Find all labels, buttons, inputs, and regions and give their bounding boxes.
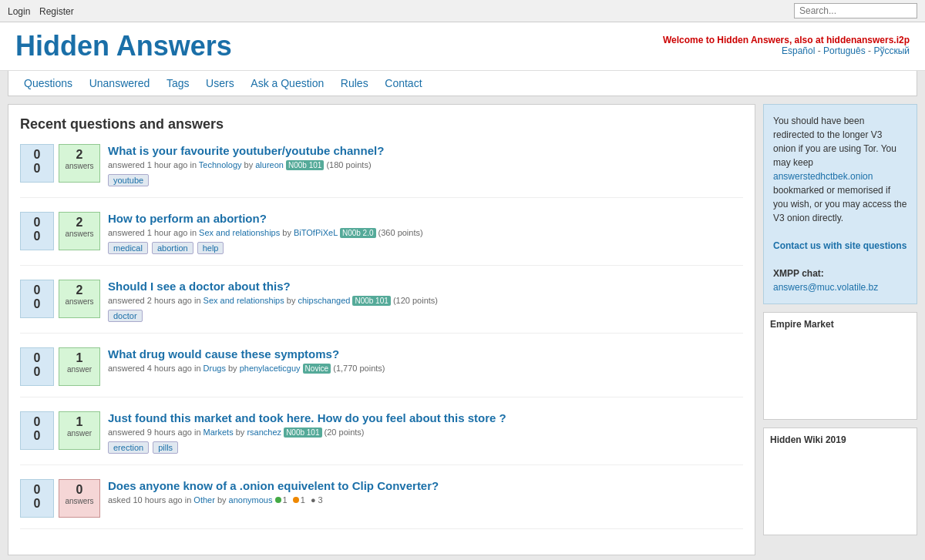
question-meta: asked 10 hours ago in Other by anonymous… (108, 495, 743, 505)
tag[interactable]: medical (108, 242, 148, 254)
tag[interactable]: erection (108, 441, 149, 454)
vote-count: 0 (21, 216, 53, 230)
q-meta-answered: answered (108, 160, 145, 169)
q-meta-category[interactable]: Drugs (204, 364, 226, 373)
nav-tags[interactable]: Tags (166, 77, 190, 89)
sidebar-onion-link[interactable]: answerstedhctbek.onion (773, 171, 873, 182)
tag[interactable]: help (197, 242, 224, 254)
question-meta: answered 1 hour ago in Technology by alu… (108, 160, 743, 169)
q-meta-category[interactable]: Other (193, 495, 215, 505)
q-meta-time: 1 hour ago (147, 160, 188, 169)
register-link[interactable]: Register (39, 6, 74, 17)
q-meta-user[interactable]: anonymous (229, 495, 273, 505)
question-item: 0 0 2 answers What is your favourite you… (20, 144, 743, 198)
sidebar-xmpp-label: XMPP chat: (773, 268, 824, 279)
nav: Questions Unanswered Tags Users Ask a Qu… (8, 71, 917, 96)
lang-russian[interactable]: Рўсскый (873, 45, 910, 56)
q-meta-time: 1 hour ago (147, 228, 188, 237)
ans-count: 1 (59, 415, 99, 429)
q-meta-answered: answered (108, 364, 145, 373)
tag[interactable]: abortion (152, 242, 193, 254)
welcome-text: Welcome to Hidden Answers, also at hidde… (663, 35, 910, 45)
sidebar-ad1-title: Empire Market (770, 319, 910, 330)
nav-questions[interactable]: Questions (24, 77, 72, 89)
sidebar: You should have been redirected to the l… (763, 104, 917, 555)
sidebar-info-text: You should have been redirected to the l… (773, 116, 896, 168)
lang-portugues[interactable]: Português (823, 45, 866, 56)
sidebar-ad2-title: Hidden Wiki 2019 (770, 434, 910, 445)
q-meta-answered: answered (108, 296, 145, 305)
sidebar-contact-link[interactable]: Contact us with site questions (773, 240, 906, 251)
ans-count: 0 (59, 483, 99, 497)
q-meta-badge: N00b 101 (284, 428, 321, 438)
q-meta-points: (1,770 points) (333, 364, 385, 373)
vote-count-bottom: 0 (21, 497, 53, 511)
nav-unanswered[interactable]: Unanswered (89, 77, 150, 89)
q-meta-time: 9 hours ago (147, 428, 192, 437)
q-meta-badge: Novice (303, 364, 331, 374)
vote-box: 0 0 (20, 280, 54, 318)
q-meta-user[interactable]: alureon (255, 160, 284, 169)
questions-list: 0 0 2 answers What is your favourite you… (20, 144, 743, 529)
q-meta-points: (120 points) (393, 296, 438, 305)
topbar-links: Login Register (8, 5, 80, 17)
q-meta-category[interactable]: Sex and relationships (199, 228, 280, 237)
q-meta-user[interactable]: BiTOfPiXeL (294, 228, 338, 237)
nav-ask[interactable]: Ask a Question (251, 77, 324, 89)
question-title[interactable]: What drug would cause these symptoms? (108, 347, 339, 360)
answer-box: 2 answers (59, 144, 100, 183)
search-input[interactable] (794, 3, 917, 18)
ans-count: 1 (59, 351, 99, 365)
q-meta-category[interactable]: Markets (204, 428, 234, 437)
content: Recent questions and answers 0 0 2 answe… (8, 104, 755, 555)
lang-links: Español - Português - Рўсскый (663, 45, 910, 56)
question-title[interactable]: How to perform an abortion? (108, 212, 267, 225)
sidebar-info-text2: bookmarked or memorised if you wish, or … (773, 185, 906, 223)
vote-box: 0 0 (20, 144, 54, 183)
site-title[interactable]: Hidden Answers (15, 30, 232, 62)
ans-label: answer (59, 429, 99, 438)
question-item: 0 0 0 answers Does anyone know of a .oni… (20, 479, 743, 529)
lang-espanol[interactable]: Español (782, 45, 815, 56)
q-meta-badge: N00b 101 (286, 160, 324, 170)
question-meta: answered 9 hours ago in Markets by rsanc… (108, 428, 743, 437)
tag[interactable]: doctor (108, 310, 143, 322)
page-title: Recent questions and answers (20, 116, 743, 132)
vote-count-bottom: 0 (21, 162, 53, 176)
q-meta-points: (180 points) (326, 160, 371, 169)
question-title[interactable]: Does anyone know of a .onion equivelent … (108, 479, 439, 492)
answer-box: 2 answers (59, 280, 100, 318)
sidebar-xmpp-email[interactable]: answers@muc.volatile.bz (773, 282, 878, 293)
nav-contact[interactable]: Contact (385, 77, 422, 89)
question-body: Just found this market and took here. Ho… (108, 411, 743, 454)
question-item: 0 0 2 answers Should I see a doctor abou… (20, 280, 743, 334)
sidebar-ad1: Empire Market (763, 312, 917, 420)
q-meta-user[interactable]: rsanchez (247, 428, 281, 437)
question-title[interactable]: Should I see a doctor about this? (108, 280, 291, 293)
q-meta-user[interactable]: phenylaceticguy (240, 364, 301, 373)
sidebar-ad2: Hidden Wiki 2019 (763, 428, 917, 535)
vote-count-bottom: 0 (21, 365, 53, 379)
q-meta-time: 10 hours ago (133, 495, 182, 505)
question-title[interactable]: What is your favourite youtuber/youtube … (108, 144, 384, 157)
q-meta-answered: answered (108, 228, 145, 237)
q-meta-category[interactable]: Technology (199, 160, 242, 169)
question-title[interactable]: Just found this market and took here. Ho… (108, 411, 506, 424)
question-meta: answered 1 hour ago in Sex and relations… (108, 228, 743, 237)
login-link[interactable]: Login (8, 6, 30, 17)
vote-count: 0 (21, 415, 53, 429)
ans-label: answers (59, 297, 99, 306)
tag[interactable]: youtube (108, 174, 149, 186)
ans-label: answers (59, 230, 99, 238)
q-meta-category[interactable]: Sex and relationships (204, 296, 284, 305)
answer-box: 1 answer (59, 411, 100, 450)
nav-rules[interactable]: Rules (341, 77, 368, 89)
nav-users[interactable]: Users (206, 77, 234, 89)
header-right: Welcome to Hidden Answers, also at hidde… (663, 30, 910, 56)
vote-box: 0 0 (20, 479, 54, 518)
question-meta: answered 4 hours ago in Drugs by phenyla… (108, 364, 743, 373)
question-item: 0 0 2 answers How to perform an abortion… (20, 212, 743, 266)
vote-box: 0 0 (20, 411, 54, 450)
q-meta-user[interactable]: chipschanged (298, 296, 350, 305)
tag[interactable]: pills (153, 441, 178, 454)
